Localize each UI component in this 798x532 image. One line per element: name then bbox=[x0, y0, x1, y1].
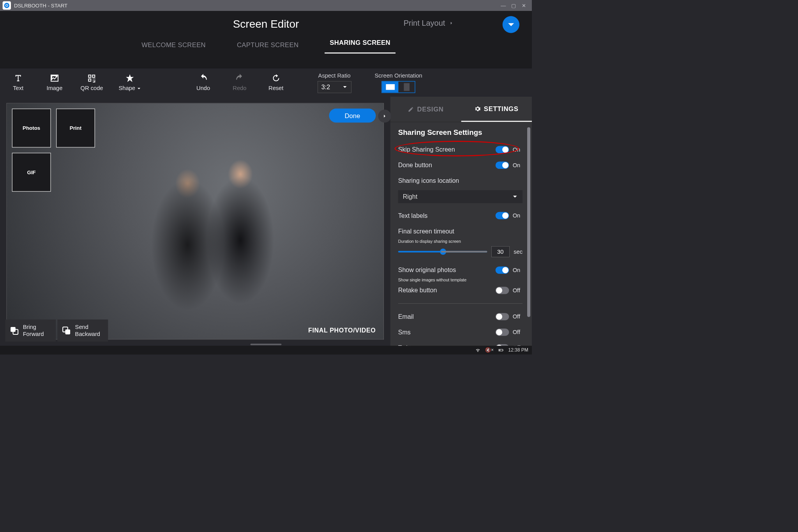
send-backward-button[interactable]: Send Backward bbox=[57, 320, 108, 342]
tool-shape[interactable]: Shape bbox=[118, 73, 141, 92]
sec-label: sec bbox=[514, 248, 523, 255]
tab-welcome[interactable]: WELCOME SCREEN bbox=[136, 38, 211, 51]
retake-label: Retake button bbox=[398, 287, 437, 294]
print-layout-button[interactable]: Print Layout bbox=[404, 19, 454, 28]
chevron-right-icon bbox=[449, 21, 454, 26]
svg-point-2 bbox=[6, 5, 7, 6]
print-layout-label: Print Layout bbox=[404, 19, 445, 28]
done-button[interactable]: Done bbox=[329, 109, 376, 123]
battery-icon[interactable] bbox=[498, 348, 503, 353]
undo-button[interactable]: Undo bbox=[193, 73, 214, 92]
close-icon[interactable]: ✕ bbox=[519, 2, 530, 9]
page-title: Screen Editor bbox=[233, 18, 299, 30]
timeout-title: Final screen timeout bbox=[398, 228, 454, 235]
send-backward-icon bbox=[62, 325, 71, 335]
orientation-portrait[interactable] bbox=[399, 81, 415, 92]
retake-toggle[interactable]: Off bbox=[496, 287, 523, 294]
window-title: DSLRBOOTH - START bbox=[14, 2, 67, 8]
z-order-actions: Bring Forward Send Backward bbox=[5, 320, 108, 342]
final-photo-label: FINAL PHOTO/VIDEO bbox=[308, 327, 376, 334]
orientation-toggle[interactable] bbox=[381, 81, 415, 93]
aspect-ratio-label: Aspect Ratio bbox=[318, 72, 351, 79]
skip-sharing-label: Skip Sharing Screen bbox=[398, 146, 455, 154]
show-original-label: Show original photos bbox=[398, 267, 456, 274]
timeout-input[interactable] bbox=[491, 246, 510, 257]
email-label: Email bbox=[398, 313, 414, 320]
settings-title: Sharing Screen Settings bbox=[398, 128, 523, 136]
clock[interactable]: 12:38 PM bbox=[508, 347, 528, 353]
svg-rect-8 bbox=[503, 350, 503, 350]
email-toggle[interactable]: Off bbox=[496, 313, 523, 320]
show-original-toggle[interactable]: On bbox=[496, 267, 523, 274]
canvas-area: Photos Print GIF Done FINAL PHOTO/VIDEO bbox=[0, 97, 390, 355]
tab-settings[interactable]: SETTINGS bbox=[461, 97, 532, 122]
reset-button[interactable]: Reset bbox=[266, 73, 286, 92]
svg-rect-9 bbox=[499, 350, 500, 350]
pencil-icon bbox=[408, 106, 414, 112]
chevron-down-icon bbox=[512, 194, 518, 200]
chevron-down-icon bbox=[342, 84, 347, 89]
gear-icon bbox=[475, 106, 481, 112]
tab-sharing[interactable]: SHARING SCREEN bbox=[325, 36, 395, 53]
text-labels-toggle[interactable]: On bbox=[496, 212, 523, 219]
timeout-slider[interactable] bbox=[398, 251, 487, 253]
tool-qrcode[interactable]: QR code bbox=[81, 73, 103, 92]
thumb-print[interactable]: Print bbox=[56, 109, 95, 148]
orientation-label: Screen Orientation bbox=[374, 72, 422, 79]
screen-tabs: WELCOME SCREEN CAPTURE SCREEN SHARING SC… bbox=[0, 37, 532, 53]
minimize-icon[interactable]: — bbox=[498, 2, 508, 8]
scrollbar[interactable] bbox=[527, 127, 530, 317]
tab-capture[interactable]: CAPTURE SCREEN bbox=[232, 38, 304, 51]
text-labels-label: Text labels bbox=[398, 212, 428, 219]
wifi-icon[interactable] bbox=[475, 348, 480, 353]
bring-forward-button[interactable]: Bring Forward bbox=[5, 320, 56, 342]
toolbar: Text Image QR code Shape Undo Redo Reset… bbox=[0, 68, 532, 97]
app-logo-icon bbox=[3, 1, 11, 9]
chevron-down-icon bbox=[507, 20, 516, 29]
redo-button[interactable]: Redo bbox=[229, 73, 250, 92]
sound-icon[interactable]: 🔇× bbox=[485, 347, 494, 353]
sms-toggle[interactable]: Off bbox=[496, 329, 523, 336]
icons-location-label: Sharing icons location bbox=[398, 177, 459, 185]
titlebar: DSLRBOOTH - START — ▢ ✕ bbox=[0, 0, 532, 11]
expand-panel-button[interactable] bbox=[378, 110, 391, 122]
done-button-toggle[interactable]: On bbox=[496, 162, 523, 169]
done-button-label: Done button bbox=[398, 162, 432, 169]
maximize-icon[interactable]: ▢ bbox=[508, 2, 519, 9]
orientation-landscape[interactable] bbox=[382, 81, 399, 92]
chevron-down-icon bbox=[137, 87, 141, 91]
thumb-gif[interactable]: GIF bbox=[12, 153, 51, 192]
tool-text[interactable]: Text bbox=[8, 73, 28, 92]
taskbar: 🔇× 12:38 PM bbox=[0, 346, 532, 355]
settings-panel: DESIGN SETTINGS Sharing Screen Settings … bbox=[390, 97, 532, 355]
timeout-subtitle: Duration to display sharing screen bbox=[398, 239, 523, 244]
resize-handle[interactable] bbox=[251, 344, 282, 345]
divider bbox=[398, 303, 523, 304]
thumb-photos[interactable]: Photos bbox=[12, 109, 51, 148]
skip-sharing-toggle[interactable]: On bbox=[496, 146, 523, 154]
header: Screen Editor Print Layout WELCOME SCREE… bbox=[0, 11, 532, 68]
tab-design[interactable]: DESIGN bbox=[390, 97, 461, 122]
aspect-ratio-select[interactable]: 3:2 bbox=[318, 81, 351, 93]
icons-location-select[interactable]: Right bbox=[398, 190, 523, 203]
collapse-button[interactable] bbox=[503, 16, 519, 33]
sms-label: Sms bbox=[398, 329, 411, 336]
bring-forward-icon bbox=[9, 325, 19, 335]
canvas[interactable]: Photos Print GIF Done FINAL PHOTO/VIDEO bbox=[7, 103, 384, 340]
tool-image[interactable]: Image bbox=[44, 73, 65, 92]
show-original-subtitle: Show single images without template bbox=[398, 278, 523, 283]
